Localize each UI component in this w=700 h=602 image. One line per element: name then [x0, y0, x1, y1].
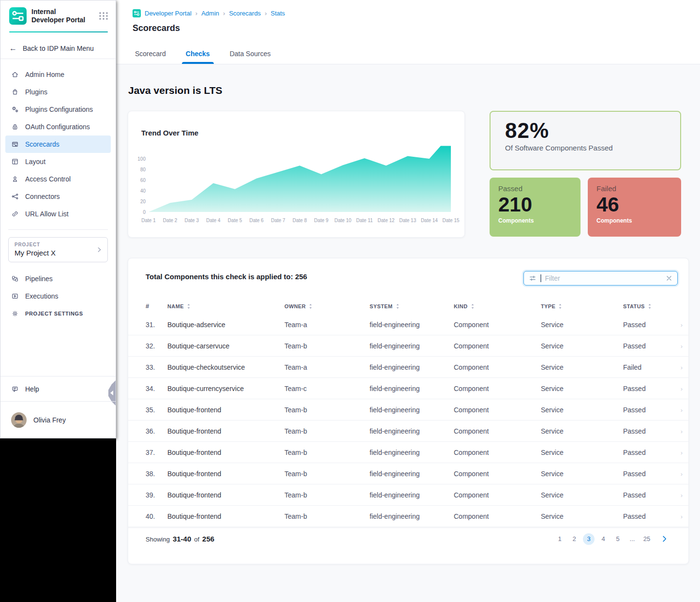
cell-status: Passed — [623, 512, 679, 520]
tab-bar: ScorecardChecksData Sources — [134, 50, 271, 64]
next-page-icon[interactable] — [659, 534, 669, 544]
sort-icon[interactable] — [648, 303, 652, 309]
sidebar-item-admin-home[interactable]: Admin Home — [5, 66, 111, 83]
table-row[interactable]: 40.Boutique-frontendTeam-bfield-engineer… — [128, 506, 688, 527]
cell-system: field-engineering — [370, 363, 454, 371]
table-row[interactable]: 33.Boutique-checkoutserviceTeam-afield-e… — [128, 357, 688, 378]
breadcrumb-separator: › — [265, 10, 267, 17]
sidebar-item-layout[interactable]: Layout — [5, 153, 111, 170]
tab-checks[interactable]: Checks — [185, 50, 211, 64]
svg-text:Date 13: Date 13 — [399, 218, 416, 223]
project-label: PROJECT — [15, 242, 102, 247]
table-row[interactable]: 35.Boutique-frontendTeam-bfield-engineer… — [128, 399, 688, 421]
app-switcher-icon[interactable] — [98, 11, 109, 21]
scorecard-icon — [11, 140, 19, 148]
svg-text:0: 0 — [143, 210, 146, 215]
sidebar-project-nav: PipelinesExecutionsPROJECT SETTINGS — [0, 262, 116, 322]
filter-sliders-icon[interactable] — [529, 274, 536, 282]
row-chevron-icon: › — [681, 363, 683, 371]
column-header-[interactable]: # — [146, 302, 167, 310]
row-number: 32. — [146, 342, 167, 350]
breadcrumb-item-scorecards[interactable]: Scorecards — [229, 10, 261, 17]
row-chevron-icon: › — [681, 491, 683, 498]
sidebar-item-pipelines[interactable]: Pipelines — [5, 270, 111, 287]
user-menu[interactable]: Olivia Frey — [0, 401, 116, 438]
page-4[interactable]: 4 — [597, 533, 609, 545]
showing-summary: Showing 31-40 of 256 — [146, 535, 214, 543]
person-icon — [11, 175, 19, 183]
column-header-status[interactable]: STATUS — [623, 303, 679, 309]
sidebar-bottom: Help Olivia Frey — [0, 376, 116, 438]
svg-text:Date 4: Date 4 — [206, 218, 221, 223]
help-button[interactable]: Help — [0, 376, 116, 401]
table-row[interactable]: 37.Boutique-frontendTeam-bfield-engineer… — [128, 442, 688, 463]
help-chat-icon — [11, 385, 19, 393]
user-name: Olivia Frey — [33, 416, 66, 424]
sidebar-item-plugins[interactable]: Plugins — [5, 83, 111, 101]
page-5[interactable]: 5 — [612, 533, 624, 545]
sort-icon[interactable] — [309, 303, 313, 309]
table-row[interactable]: 32.Boutique-carservuceTeam-bfield-engine… — [128, 335, 688, 357]
breadcrumb-item-stats[interactable]: Stats — [270, 10, 285, 17]
filter-input[interactable] — [545, 274, 662, 282]
sidebar-item-access-control[interactable]: Access Control — [5, 170, 111, 188]
sidebar-item-label: OAuth Configurations — [25, 123, 90, 131]
page-1[interactable]: 1 — [554, 533, 566, 545]
svg-text:Date 3: Date 3 — [185, 218, 199, 223]
column-label: SYSTEM — [370, 303, 393, 309]
of-word: of — [194, 536, 199, 543]
cell-name: Boutique-frontend — [167, 512, 284, 520]
sidebar-item-project-settings[interactable]: PROJECT SETTINGS — [5, 305, 111, 322]
gears-icon — [11, 105, 19, 113]
table-footer: Showing 31-40 of 256 12345...25 — [128, 527, 688, 550]
cell-type: Service — [541, 321, 623, 329]
sidebar-item-oauth-configurations[interactable]: OAuth Configurations — [5, 118, 111, 135]
percent-value: 82% — [505, 119, 666, 143]
sidebar-item-executions[interactable]: Executions — [5, 287, 111, 305]
tab-data-sources[interactable]: Data Sources — [229, 50, 272, 64]
tab-scorecard[interactable]: Scorecard — [134, 50, 167, 64]
column-header-system[interactable]: SYSTEM — [370, 303, 454, 309]
breadcrumb: Developer Portal›Admin›Scorecards›Stats — [133, 9, 285, 17]
column-header-owner[interactable]: OWNER — [284, 303, 370, 309]
page-3[interactable]: 3 — [583, 533, 595, 545]
components-table-card: Total Components this check is applied t… — [128, 258, 689, 564]
column-header-kind[interactable]: KIND — [454, 303, 541, 309]
breadcrumb-item-developer-portal[interactable]: Developer Portal — [145, 10, 192, 17]
row-chevron-icon: › — [681, 512, 683, 520]
page-2[interactable]: 2 — [568, 533, 580, 545]
back-to-main-menu[interactable]: ← Back to IDP Main Menu — [0, 38, 116, 59]
row-number: 35. — [146, 406, 167, 414]
sidebar-item-label: Admin Home — [25, 71, 64, 78]
sidebar-item-connectors[interactable]: Connectors — [5, 188, 111, 205]
sidebar-item-label: Executions — [25, 292, 58, 300]
cell-name: Boutique-carservuce — [167, 342, 284, 350]
sort-icon[interactable] — [558, 303, 562, 309]
sidebar-item-plugins-configurations[interactable]: Plugins Configurations — [5, 101, 111, 118]
table-row[interactable]: 36.Boutique-frontendTeam-bfield-engineer… — [128, 421, 688, 442]
cell-system: field-engineering — [370, 470, 454, 478]
row-chevron-icon: › — [681, 449, 683, 456]
table-row[interactable]: 38.Boutique-frontendTeam-bfield-engineer… — [128, 463, 688, 484]
cell-name: Boutique-frontend — [167, 449, 284, 456]
sidebar-item-url-allow-list[interactable]: URL Allow List — [5, 205, 111, 223]
breadcrumb-item-admin[interactable]: Admin — [201, 10, 219, 17]
clear-filter-icon[interactable] — [666, 275, 672, 282]
column-header-name[interactable]: NAME — [167, 303, 284, 309]
connector-icon — [11, 193, 19, 200]
table-row[interactable]: 34.Boutique-currencyserviceTeam-cfield-e… — [128, 378, 688, 399]
project-selector[interactable]: PROJECT My Project X — [8, 237, 108, 262]
svg-text:Date 10: Date 10 — [334, 218, 351, 223]
row-number: 39. — [146, 491, 167, 499]
table-row[interactable]: 31.Boutique-adserviceTeam-afield-enginee… — [128, 314, 688, 335]
column-header-type[interactable]: TYPE — [541, 303, 623, 309]
page-25[interactable]: 25 — [641, 533, 653, 545]
passed-caption: Components — [498, 217, 572, 224]
brand-divider — [9, 31, 108, 32]
sort-icon[interactable] — [471, 303, 475, 309]
sort-icon[interactable] — [396, 303, 400, 309]
sort-icon[interactable] — [187, 303, 191, 309]
sidebar-item-scorecards[interactable]: Scorecards — [5, 135, 111, 153]
table-row[interactable]: 39.Boutique-frontendTeam-bfield-engineer… — [128, 484, 688, 506]
idp-logo-icon[interactable] — [9, 7, 27, 25]
